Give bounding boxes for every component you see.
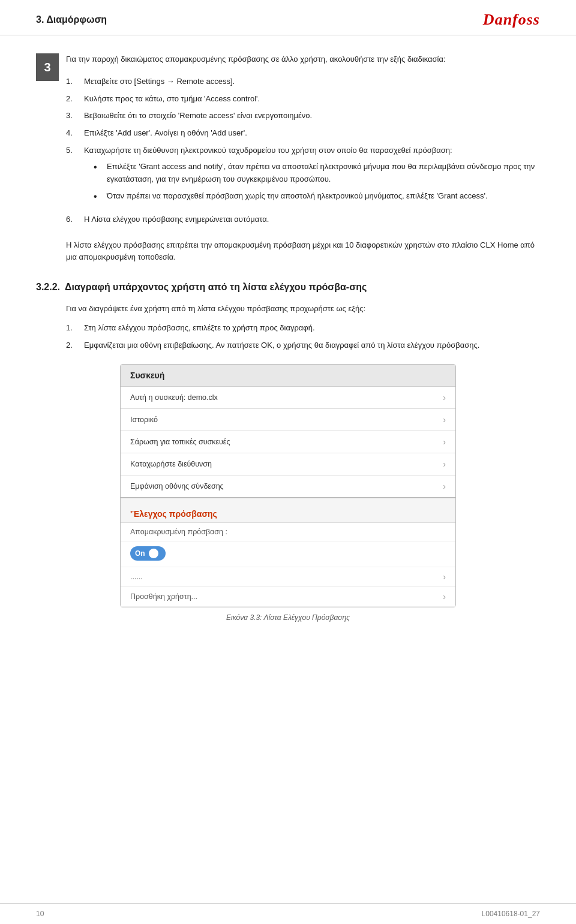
device-row-4-label: Καταχωρήστε διεύθυνση <box>130 460 212 468</box>
access-row-1-label: ...... <box>130 573 143 581</box>
access-row-2-label: Προσθήκη χρήστη... <box>130 592 197 601</box>
toggle-circle <box>149 549 158 558</box>
step-1-text: Μεταβείτε στο [Settings → Remote access]… <box>84 76 235 88</box>
ui-screenshot-box: Συσκευή Αυτή η συσκευή: demo.clx › Ιστορ… <box>120 364 456 607</box>
subsection-heading: 3.2.2.Διαγραφή υπάρχοντος χρήστη από τη … <box>36 281 540 294</box>
toggle-on-label: On <box>135 549 145 558</box>
closing-text: Η λίστα ελέγχου πρόσβασης επιτρέπει την … <box>66 239 540 264</box>
step-4-text: Επιλέξτε 'Add user'. Ανοίγει η οθόνη 'Ad… <box>84 127 247 140</box>
step-4-num: 4. <box>66 127 79 140</box>
bullet-dot-2: • <box>94 190 102 203</box>
sub-step-2-num: 2. <box>66 339 79 352</box>
step-4: 4. Επιλέξτε 'Add user'. Ανοίγει η οθόνη … <box>66 127 540 140</box>
step-3-text: Βεβαιωθείτε ότι το στοιχείο 'Remote acce… <box>84 110 312 122</box>
step-5-text: Καταχωρήστε τη διεύθυνση ηλεκτρονικού τα… <box>84 146 452 155</box>
subsection-number: 3.2.2. <box>36 282 60 292</box>
sub-step-1-text: Στη λίστα ελέγχου πρόσβασης, επιλέξτε το… <box>84 322 315 335</box>
doc-id: L00410618-01_27 <box>482 910 540 918</box>
danfoss-logo: Danfoss <box>483 11 540 29</box>
step-2: 2. Κυλήστε προς τα κάτω, στο τμήμα 'Acce… <box>66 93 540 106</box>
step-5-content: Καταχωρήστε τη διεύθυνση ηλεκτρονικού τα… <box>84 145 540 209</box>
figure-caption: Εικόνα 3.3: Λίστα Ελέγχου Πρόσβασης <box>36 613 540 622</box>
toggle-container: On <box>121 541 455 567</box>
bullet-1: • Επιλέξτε 'Grant access and notify', ότ… <box>94 161 540 186</box>
device-row-3[interactable]: Σάρωση για τοπικές συσκευές › <box>121 431 455 453</box>
device-row-2-label: Ιστορικό <box>130 416 158 424</box>
page-footer: 10 L00410618-01_27 <box>0 903 576 924</box>
step-3: 3. Βεβαιωθείτε ότι το στοιχείο 'Remote a… <box>66 110 540 122</box>
bullet-2: • Όταν πρέπει να παρασχεθεί πρόσβαση χωρ… <box>94 190 540 203</box>
access-row-2-arrow: › <box>443 592 446 601</box>
device-row-5-arrow: › <box>443 481 446 491</box>
subsection-intro: Για να διαγράψετε ένα χρήστη από τη λίστ… <box>66 303 540 315</box>
device-row-1-label: Αυτή η συσκευή: demo.clx <box>130 393 218 402</box>
sub-step-2: 2. Εμφανίζεται μια οθόνη επιβεβαίωσης. Α… <box>66 339 540 352</box>
device-row-1-arrow: › <box>443 393 446 402</box>
step-1: 1. Μεταβείτε στο [Settings → Remote acce… <box>66 76 540 88</box>
remote-access-label: Απομακρυσμένη πρόσβαση : <box>130 528 227 536</box>
device-row-4-arrow: › <box>443 459 446 469</box>
step-5: 5. Καταχωρήστε τη διεύθυνση ηλεκτρονικού… <box>66 145 540 209</box>
sub-step-1-num: 1. <box>66 322 79 335</box>
device-row-3-arrow: › <box>443 437 446 447</box>
device-section-header: Συσκευή <box>121 365 455 387</box>
page-number: 10 <box>36 910 44 918</box>
page-title: 3. Διαμόρφωση <box>36 14 107 25</box>
steps-list: 1. Μεταβείτε στο [Settings → Remote acce… <box>66 76 540 226</box>
device-row-2[interactable]: Ιστορικό › <box>121 409 455 431</box>
page-container: 3. Διαμόρφωση Danfoss 3 Για την παροχή δ… <box>0 0 576 924</box>
step-1-num: 1. <box>66 76 79 88</box>
step-3-num: 3. <box>66 110 79 122</box>
section-badge: 3 <box>36 53 59 81</box>
sub-step-1: 1. Στη λίστα ελέγχου πρόσβασης, επιλέξτε… <box>66 322 540 335</box>
sub-step-2-text: Εμφανίζεται μια οθόνη επιβεβαίωσης. Αν π… <box>84 339 479 352</box>
access-row-1-arrow: › <box>443 572 446 582</box>
subsection-title: Διαγραφή υπάρχοντος χρήστη από τη λίστα … <box>65 282 367 292</box>
step-6: 6. Η Λίστα ελέγχου πρόσβασης ενημερώνετα… <box>66 213 540 226</box>
access-row-1[interactable]: ...... › <box>121 567 455 587</box>
device-row-4[interactable]: Καταχωρήστε διεύθυνση › <box>121 453 455 475</box>
subsection-steps-list: 1. Στη λίστα ελέγχου πρόσβασης, επιλέξτε… <box>66 322 540 352</box>
main-content: 3 Για την παροχή δικαιώματος απομακρυσμέ… <box>0 35 576 658</box>
device-row-5-label: Εμφάνιση οθόνης σύνδεσης <box>130 482 224 490</box>
bullet-2-text: Όταν πρέπει να παρασχεθεί πρόσβαση χωρίς… <box>107 190 488 203</box>
step-2-num: 2. <box>66 93 79 106</box>
step-5-bullets: • Επιλέξτε 'Grant access and notify', ότ… <box>94 161 540 204</box>
step-6-text: Η Λίστα ελέγχου πρόσβασης ενημερώνεται α… <box>84 213 269 226</box>
device-row-2-arrow: › <box>443 415 446 425</box>
device-row-1[interactable]: Αυτή η συσκευή: demo.clx › <box>121 387 455 409</box>
step-5-num: 5. <box>66 145 79 209</box>
remote-access-label-row: Απομακρυσμένη πρόσβαση : <box>121 523 455 541</box>
access-section-header: 'Έλεγχος πρόσβασης <box>121 502 455 523</box>
device-row-5[interactable]: Εμφάνιση οθόνης σύνδεσης › <box>121 475 455 498</box>
toggle-on-button[interactable]: On <box>130 546 166 561</box>
step-6-num: 6. <box>66 213 79 226</box>
bullet-1-text: Επιλέξτε 'Grant access and notify', όταν… <box>107 161 540 186</box>
step-2-text: Κυλήστε προς τα κάτω, στο τμήμα 'Access … <box>84 93 260 106</box>
device-row-3-label: Σάρωση για τοπικές συσκευές <box>130 438 230 446</box>
page-header: 3. Διαμόρφωση Danfoss <box>0 0 576 35</box>
bullet-dot-1: • <box>94 161 102 186</box>
intro-text: Για την παροχή δικαιώματος απομακρυσμένη… <box>66 53 540 66</box>
access-row-2[interactable]: Προσθήκη χρήστη... › <box>121 587 455 607</box>
